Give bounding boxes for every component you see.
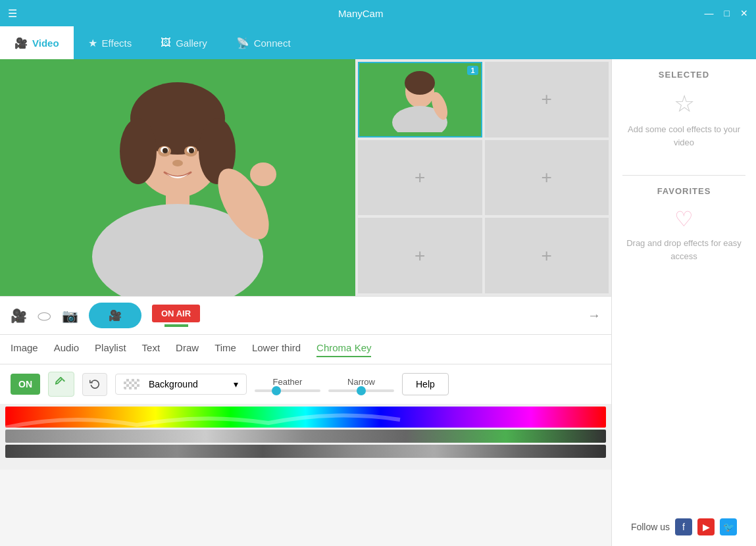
tab-chroma-key[interactable]: Chroma Key <box>316 342 371 357</box>
tab-text[interactable]: Text <box>142 342 161 357</box>
source-cell-6[interactable]: + <box>485 218 609 293</box>
record-button[interactable]: 🎥 <box>89 303 141 328</box>
person-figure <box>0 59 355 296</box>
on-air-indicator: ON AIR <box>152 305 200 327</box>
controls-bar: 🎥 ⬭ 📷 🎥 ON AIR → <box>0 296 611 334</box>
source-cell-5[interactable]: + <box>358 218 482 293</box>
source-cell-4[interactable]: + <box>485 140 609 216</box>
connect-tab-icon: 📡 <box>236 37 249 49</box>
main-tabbar: 🎥 Video ★ Effects 🖼 Gallery 📡 Connect <box>0 26 756 59</box>
youtube-icon[interactable]: ▶ <box>697 518 715 535</box>
svg-point-18 <box>405 71 435 95</box>
screenshot-icon[interactable]: 📷 <box>62 308 78 324</box>
favorites-empty-area: ♡ Drag and drop effects for easy access <box>622 207 745 262</box>
color-bars <box>0 404 611 470</box>
bg-checkerboard-icon <box>124 379 139 389</box>
on-air-bar <box>164 324 188 327</box>
reset-button[interactable] <box>82 373 107 396</box>
sidebar: SELECTED ☆ Add some cool effects to your… <box>611 59 756 546</box>
add-source-icon-3: + <box>415 167 425 188</box>
video-preview <box>0 59 355 296</box>
follow-us-label: Follow us <box>631 522 670 532</box>
feather-slider[interactable] <box>255 389 320 392</box>
background-dropdown[interactable]: Background ▾ <box>115 374 247 395</box>
minimize-button[interactable]: — <box>705 8 714 18</box>
tab-gallery-label: Gallery <box>176 37 207 49</box>
tab-playlist[interactable]: Playlist <box>95 342 126 357</box>
app-title: ManyCam <box>17 8 705 19</box>
titlebar: ☰ ManyCam — □ ✕ <box>0 0 756 26</box>
selected-section: SELECTED ☆ Add some cool effects to your… <box>622 70 745 164</box>
tab-connect[interactable]: 📡 Connect <box>222 26 305 59</box>
source-thumb-1 <box>359 63 481 136</box>
dropdown-chevron-icon: ▾ <box>234 379 238 389</box>
svg-line-22 <box>63 380 64 382</box>
background-label: Background <box>149 379 198 389</box>
video-grid-row: 1 + + + + + <box>0 59 611 296</box>
help-button[interactable]: Help <box>402 373 449 395</box>
tab-effects-label: Effects <box>102 37 132 49</box>
chroma-controls: ON Background ▾ <box>0 364 611 404</box>
svg-point-3 <box>120 118 157 184</box>
tab-lower-third[interactable]: Lower third <box>252 342 301 357</box>
star-icon: ☆ <box>674 90 695 118</box>
video-preview-inner <box>0 59 355 296</box>
add-source-icon-2: + <box>542 89 552 110</box>
toggle-icon[interactable]: ⬭ <box>38 307 51 325</box>
favorites-title: FAVORITES <box>657 186 711 196</box>
source-cell-2[interactable]: + <box>485 62 609 137</box>
selected-title: SELECTED <box>659 70 709 80</box>
selected-empty-area: ☆ Add some cool effects to your video <box>622 90 745 149</box>
window-controls: — □ ✕ <box>705 8 748 18</box>
main-area: 1 + + + + + <box>0 59 756 546</box>
tab-gallery[interactable]: 🖼 Gallery <box>146 26 222 59</box>
selected-empty-text: Add some cool effects to your video <box>622 123 745 149</box>
source-badge-1: 1 <box>467 66 478 75</box>
add-source-icon-5: + <box>415 245 425 266</box>
bottom-tabs: Image Audio Playlist Text Draw Time Lowe… <box>0 334 611 364</box>
follow-us-row: Follow us f ▶ 🐦 <box>631 508 737 535</box>
tab-effects[interactable]: ★ Effects <box>74 26 147 59</box>
svg-point-11 <box>172 160 183 166</box>
menu-icon[interactable]: ☰ <box>8 7 17 20</box>
eyedropper-button[interactable] <box>48 372 74 397</box>
forward-arrow-icon[interactable]: → <box>588 308 601 323</box>
svg-point-9 <box>163 148 168 153</box>
svg-point-10 <box>189 148 194 153</box>
heart-icon: ♡ <box>674 207 693 232</box>
add-source-icon-4: + <box>542 167 552 188</box>
tab-image[interactable]: Image <box>11 342 38 357</box>
facebook-icon[interactable]: f <box>675 518 692 535</box>
add-source-icon-6: + <box>542 245 552 266</box>
twitter-icon[interactable]: 🐦 <box>720 518 737 535</box>
source-grid: 1 + + + + + <box>355 59 611 296</box>
feather-slider-group: Feather <box>255 377 320 392</box>
tab-audio[interactable]: Audio <box>54 342 79 357</box>
tab-video-label: Video <box>32 37 59 49</box>
feather-label: Feather <box>273 377 303 387</box>
tab-draw[interactable]: Draw <box>176 342 199 357</box>
sidebar-divider <box>622 175 745 176</box>
source-cell-1[interactable]: 1 <box>358 62 482 137</box>
narrow-slider[interactable] <box>328 389 394 392</box>
svg-point-15 <box>250 162 276 186</box>
spectrum-bar <box>5 407 606 428</box>
tab-time[interactable]: Time <box>214 342 236 357</box>
narrow-label: Narrow <box>347 377 375 387</box>
tab-connect-label: Connect <box>254 37 291 49</box>
dark-bar <box>5 445 606 458</box>
content-area: 1 + + + + + <box>0 59 611 546</box>
chroma-on-button[interactable]: ON <box>11 374 40 395</box>
favorites-section: FAVORITES ♡ Drag and drop effects for ea… <box>622 186 745 278</box>
on-air-badge: ON AIR <box>152 305 200 322</box>
record-icon: 🎥 <box>109 309 122 322</box>
gallery-tab-icon: 🖼 <box>161 37 171 49</box>
camera-icon[interactable]: 🎥 <box>11 308 27 324</box>
tab-video[interactable]: 🎥 Video <box>0 26 74 59</box>
source-cell-3[interactable]: + <box>358 140 482 216</box>
close-button[interactable]: ✕ <box>740 8 748 18</box>
gray-bar <box>5 430 606 443</box>
effects-tab-icon: ★ <box>88 37 97 49</box>
video-tab-icon: 🎥 <box>14 37 28 49</box>
maximize-button[interactable]: □ <box>724 8 730 18</box>
